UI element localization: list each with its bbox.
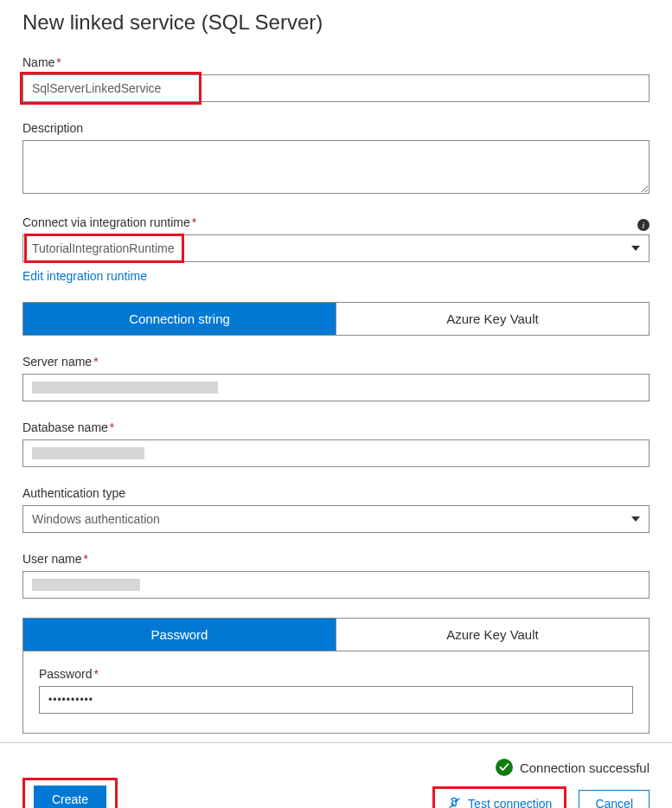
- name-input[interactable]: [22, 74, 650, 102]
- runtime-select[interactable]: TutorialIntegrationRuntime: [22, 234, 650, 262]
- server-input[interactable]: [22, 374, 650, 401]
- server-label: Server name*: [22, 355, 650, 369]
- password-tabs: Password Azure Key Vault: [22, 618, 650, 651]
- footer-right: Connection successful Test connection Ca…: [432, 759, 650, 808]
- name-field: Name*: [22, 55, 650, 102]
- tab-password-akv[interactable]: Azure Key Vault: [336, 619, 649, 651]
- required-icon: *: [93, 667, 98, 681]
- required-icon: *: [93, 355, 98, 369]
- authtype-label: Authentication type: [22, 486, 650, 500]
- chevron-down-icon: [631, 516, 640, 522]
- required-icon: *: [56, 55, 61, 69]
- required-icon: *: [192, 215, 196, 229]
- runtime-label: Connect via integration runtime*: [22, 215, 196, 229]
- password-input[interactable]: ••••••••••: [39, 686, 633, 714]
- required-icon: *: [83, 552, 87, 566]
- required-icon: *: [110, 420, 114, 434]
- database-input[interactable]: [22, 439, 650, 467]
- footer: Create Connection successful Test connec…: [0, 742, 672, 808]
- page-title: New linked service (SQL Server): [22, 10, 650, 35]
- redacted-placeholder: [32, 447, 144, 459]
- username-field: User name*: [22, 552, 650, 599]
- runtime-field: Connect via integration runtime* i Tutor…: [22, 215, 650, 283]
- success-icon: [496, 759, 513, 776]
- password-section: Password Azure Key Vault Password* •••••…: [22, 618, 650, 734]
- redacted-placeholder: [32, 579, 140, 591]
- cancel-button[interactable]: Cancel: [579, 790, 650, 808]
- username-input[interactable]: [22, 571, 650, 599]
- chevron-down-icon: [631, 246, 640, 251]
- edit-runtime-link[interactable]: Edit integration runtime: [22, 269, 147, 283]
- description-field: Description: [22, 121, 650, 196]
- password-label: Password*: [39, 667, 633, 681]
- database-label: Database name*: [22, 420, 650, 434]
- redacted-placeholder: [32, 382, 218, 394]
- tab-password[interactable]: Password: [23, 619, 336, 651]
- description-label: Description: [22, 121, 650, 135]
- description-input[interactable]: [22, 140, 650, 194]
- name-label: Name*: [22, 55, 650, 69]
- footer-left: Create: [22, 778, 118, 808]
- authtype-select[interactable]: Windows authentication: [22, 505, 650, 533]
- server-field: Server name*: [22, 355, 650, 401]
- test-connection-button[interactable]: Test connection: [438, 791, 560, 808]
- database-field: Database name*: [22, 420, 650, 467]
- authtype-field: Authentication type Windows authenticati…: [22, 486, 650, 533]
- create-button[interactable]: Create: [34, 786, 106, 808]
- plug-icon: [447, 797, 461, 808]
- tab-azure-key-vault[interactable]: Azure Key Vault: [336, 303, 649, 335]
- username-label: User name*: [22, 552, 650, 566]
- password-field: Password* ••••••••••: [39, 667, 633, 714]
- tab-connection-string[interactable]: Connection string: [23, 303, 336, 335]
- connection-status: Connection successful: [432, 759, 650, 776]
- info-icon[interactable]: i: [637, 219, 650, 231]
- connection-tabs: Connection string Azure Key Vault: [22, 302, 650, 336]
